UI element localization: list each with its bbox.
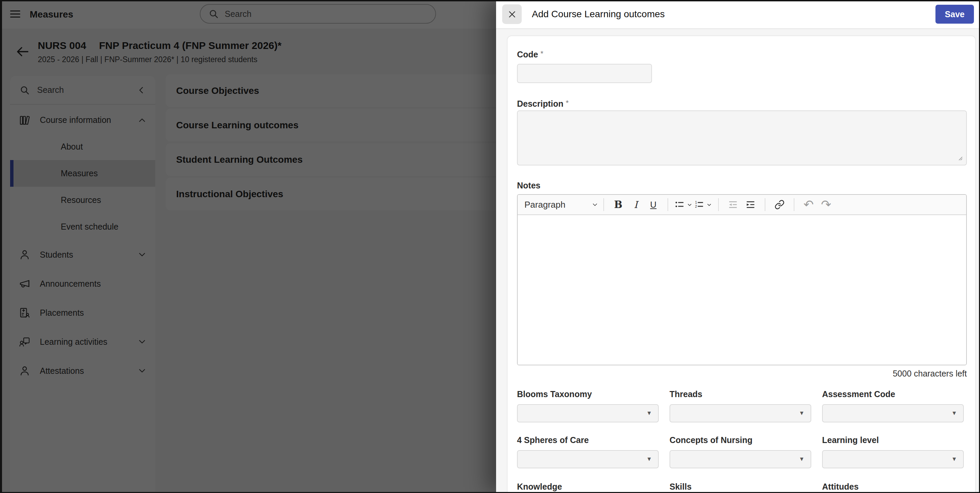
assessment-code-field: Assessment Code ▼ <box>822 389 964 423</box>
close-button[interactable] <box>502 5 522 24</box>
notes-editor-content[interactable] <box>518 215 966 365</box>
code-label: Code* <box>517 49 543 59</box>
numbered-list-icon: 12 <box>694 199 704 210</box>
resize-handle-icon[interactable] <box>957 155 963 161</box>
paragraph-style-value: Paragraph <box>524 199 565 210</box>
threads-field: Threads ▼ <box>670 389 811 423</box>
toolbar-separator <box>668 198 668 211</box>
threads-select[interactable]: ▼ <box>670 404 811 423</box>
chevron-down-icon <box>706 202 712 207</box>
learning-level-select[interactable]: ▼ <box>822 450 964 468</box>
blooms-taxonomy-label: Blooms Taxonomy <box>517 389 659 399</box>
toolbar-separator <box>794 198 794 211</box>
screen: Measures Search NURS 004FNP Practicum 4 … <box>0 0 980 493</box>
indent-button[interactable] <box>743 197 758 212</box>
dropdown-caret-icon: ▼ <box>646 410 652 417</box>
assessment-code-label: Assessment Code <box>822 389 964 399</box>
link-icon <box>775 199 784 210</box>
insert-link-button[interactable] <box>772 197 787 212</box>
concepts-of-nursing-select[interactable]: ▼ <box>670 450 811 468</box>
modal-title: Add Course Learning outcomes <box>532 9 665 19</box>
modal-header: Add Course Learning outcomes Save <box>496 0 980 29</box>
dropdown-caret-icon: ▼ <box>799 410 805 417</box>
learning-level-field: Learning level ▼ <box>822 435 964 468</box>
dropdown-caret-icon: ▼ <box>951 410 957 417</box>
italic-button[interactable]: I <box>628 197 644 212</box>
outdent-icon <box>728 199 738 210</box>
dropdown-caret-icon: ▼ <box>799 456 805 463</box>
knowledge-field: Knowledge ▼ <box>517 482 659 493</box>
attitudes-label: Attitudes <box>822 482 964 491</box>
svg-text:1: 1 <box>695 200 697 204</box>
blooms-taxonomy-select[interactable]: ▼ <box>517 404 659 423</box>
notes-label: Notes <box>517 181 540 190</box>
outdent-button[interactable] <box>725 197 741 212</box>
chevron-down-icon <box>592 202 598 207</box>
numbered-list-button[interactable]: 12 <box>694 197 712 212</box>
code-input[interactable] <box>517 64 652 83</box>
dropdown-caret-icon: ▼ <box>646 456 652 463</box>
redo-button[interactable]: ↷ <box>818 197 834 212</box>
svg-text:2: 2 <box>695 204 697 208</box>
dropdown-caret-icon: ▼ <box>951 456 957 463</box>
required-marker: * <box>566 99 569 107</box>
attitudes-field: Attitudes ▼ <box>822 482 964 493</box>
skills-field: Skills ▼ <box>670 482 811 493</box>
spheres-of-care-field: 4 Spheres of Care ▼ <box>517 435 659 468</box>
spheres-of-care-label: 4 Spheres of Care <box>517 435 659 445</box>
required-marker: * <box>541 49 544 58</box>
learning-level-label: Learning level <box>822 435 964 445</box>
underline-button[interactable]: U <box>646 197 661 212</box>
bulleted-list-icon <box>675 199 685 210</box>
knowledge-label: Knowledge <box>517 482 659 491</box>
toolbar-separator <box>603 198 604 211</box>
toolbar-separator <box>718 198 719 211</box>
bulleted-list-button[interactable] <box>675 197 692 212</box>
indent-icon <box>745 199 756 210</box>
outcome-form-card: Code* Description* Notes Paragraph <box>507 35 976 493</box>
add-course-learning-outcomes-modal: Add Course Learning outcomes Save Code* … <box>496 0 980 493</box>
modal-backdrop[interactable] <box>0 0 496 493</box>
chevron-down-icon <box>687 202 692 207</box>
save-button[interactable]: Save <box>935 5 974 24</box>
description-textarea[interactable] <box>517 110 967 166</box>
skills-label: Skills <box>670 482 811 491</box>
concepts-of-nursing-field: Concepts of Nursing ▼ <box>670 435 811 468</box>
assessment-code-select[interactable]: ▼ <box>822 404 964 423</box>
characters-left-counter: 5000 characters left <box>517 369 967 378</box>
close-icon <box>508 10 517 19</box>
blooms-taxonomy-field: Blooms Taxonomy ▼ <box>517 389 659 423</box>
undo-button[interactable]: ↶ <box>801 197 816 212</box>
editor-toolbar: Paragraph B I U 12 <box>518 195 966 215</box>
notes-rich-text-editor: Paragraph B I U 12 <box>517 194 967 365</box>
spheres-of-care-select[interactable]: ▼ <box>517 450 659 468</box>
bold-button[interactable]: B <box>611 197 626 212</box>
paragraph-style-dropdown[interactable]: Paragraph <box>524 197 598 212</box>
concepts-of-nursing-label: Concepts of Nursing <box>670 435 811 445</box>
threads-label: Threads <box>670 389 811 399</box>
toolbar-separator <box>765 198 765 211</box>
description-label: Description* <box>517 99 569 109</box>
